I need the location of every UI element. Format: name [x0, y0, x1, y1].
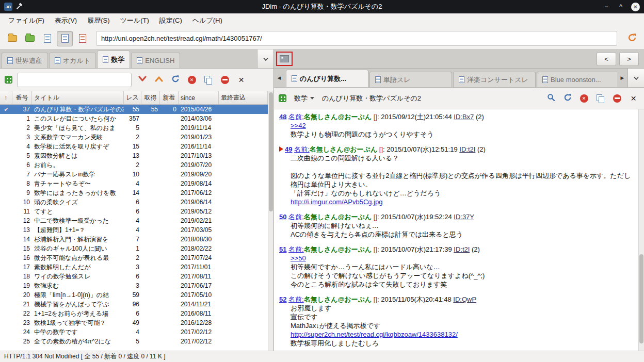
post-number-link[interactable]: 52 [279, 295, 286, 303]
table-row[interactable]: 14杉浦解析入門・解析演習を72018/08/30 [0, 235, 268, 244]
post-number-link[interactable]: 51 [279, 245, 286, 253]
board-tab-list-button[interactable] [257, 50, 273, 68]
poster-id-link[interactable]: ID:QwP [453, 295, 476, 303]
search-down-button[interactable] [136, 74, 148, 86]
image-view-button[interactable] [74, 31, 90, 46]
image-tab[interactable] [276, 52, 293, 66]
tab[interactable]: 数学 [97, 51, 130, 68]
table-row[interactable]: 15渋谷のギャル100人に聞い12018/02/22 [0, 244, 268, 253]
table-row[interactable]: 23数検1級って独学で可能？492016/12/28 [0, 318, 268, 327]
name-link[interactable]: 名前: [288, 113, 304, 121]
search-up-button[interactable] [153, 74, 165, 86]
url-input[interactable] [96, 31, 617, 46]
menu-item[interactable]: ヘルプ(H) [187, 14, 228, 27]
tab[interactable]: 単語スレ [369, 72, 452, 87]
menu-item[interactable]: ファイル(F) [3, 14, 50, 27]
poster-id-link[interactable]: ID:37Y [454, 213, 474, 221]
thread-delete-log-button[interactable] [611, 93, 623, 104]
name-link[interactable]: 名前: [288, 295, 304, 303]
name-link[interactable]: 名前: [288, 245, 304, 253]
thread-scrollbar-thumb[interactable] [639, 254, 643, 343]
table-row[interactable]: 16微分不可能な点が表れる最22017/07/24 [0, 253, 268, 262]
board-stop-button[interactable]: ✕ [186, 74, 198, 86]
table-row[interactable]: 6お前ら。22019/07/20 [0, 160, 268, 170]
board-delete-log-button[interactable] [219, 74, 231, 86]
menu-item[interactable]: 表示(V) [50, 14, 82, 27]
post-number-link[interactable]: 50 [279, 213, 286, 221]
thread-stop-button[interactable]: ✕ [578, 93, 590, 104]
thread-search-button[interactable] [545, 93, 557, 104]
favorites-button[interactable] [22, 31, 38, 46]
table-row[interactable]: 221+1=2をお前らが考える場62016/08/11 [0, 309, 268, 318]
res-anchor-link[interactable]: >>42 [291, 122, 306, 129]
board-select[interactable]: 数学 [291, 92, 317, 105]
thread-close-button[interactable]: ✕ [627, 93, 639, 104]
tab[interactable]: オカルト [49, 53, 96, 68]
column-header[interactable]: ! [0, 91, 12, 104]
tab[interactable]: 世界遺産 [2, 53, 48, 68]
table-row[interactable]: 25全ての素数の積が4π^2にな52017/02/12 [0, 337, 268, 346]
table-row[interactable]: 19数強求む32017/06/17 [0, 281, 268, 290]
table-row[interactable]: ✔37のんびり算数・数学パズルその2555502015/04/26 [0, 105, 268, 114]
table-row[interactable]: 1このスレが目についたら何か3572014/03/06 [0, 114, 268, 123]
poster-id-link[interactable]: ID:Bx7 [454, 113, 474, 121]
column-header[interactable]: since [179, 91, 219, 104]
column-header[interactable]: 最終書込 [219, 91, 268, 104]
image-prev-button[interactable]: < [597, 52, 616, 66]
table-row[interactable]: 9数学にはまったきっかけを教142017/06/12 [0, 188, 268, 198]
image-next-button[interactable]: > [619, 52, 639, 66]
post-number-link[interactable]: 48 [279, 113, 286, 121]
tab-scroll-left-button[interactable]: ◀ [274, 69, 284, 87]
poster-id-link[interactable]: ID:t2I [454, 245, 470, 253]
column-header[interactable]: 取得 [141, 91, 160, 104]
url-link[interactable]: http://i.imgur.com/APvb5Cg.jpg [291, 198, 382, 206]
table-row[interactable]: 3文系数学でマーカン受験22019/01/23 [0, 133, 268, 142]
name-link[interactable]: 名前: [294, 145, 310, 153]
table-row[interactable]: 24中学の数学です42017/02/12 [0, 327, 268, 337]
table-row[interactable]: 7バナー応募スレin数学102019/09/20 [0, 170, 268, 179]
table-row[interactable]: 4数学板に活気を取り戻すぞ152016/11/14 [0, 142, 268, 151]
table-row[interactable]: 11てすと62019/05/12 [0, 207, 268, 216]
table-row[interactable]: 5素因数分解とは132017/10/13 [0, 151, 268, 160]
tab[interactable]: Blue moonston... [537, 72, 617, 87]
name-link[interactable]: 名前: [288, 213, 304, 221]
titlebar[interactable]: JD JDim - のんびり算数・数学パズルその2 − ^ ✕ [0, 0, 644, 13]
tab-scroll-right-button[interactable]: ▶ [617, 69, 627, 87]
table-row[interactable]: 21機械学習をがんばって学ぶ962014/11/21 [0, 300, 268, 309]
boardlist-button[interactable] [4, 31, 20, 46]
table-row[interactable]: 13【超難問】1+1=？42017/03/05 [0, 225, 268, 235]
thread-view-button[interactable] [57, 31, 73, 46]
board-reload-button[interactable] [169, 74, 181, 86]
table-row[interactable]: 8青チャートやるぞ〜42019/08/14 [0, 179, 268, 188]
menu-item[interactable]: 履歴(S) [82, 14, 115, 27]
board-close-button[interactable]: ✕ [235, 74, 247, 86]
res-anchor-link[interactable]: >>50 [291, 254, 306, 262]
menu-item[interactable]: 設定(C) [154, 14, 187, 27]
column-header[interactable]: タイトル [32, 91, 124, 104]
tab[interactable]: 洋楽コンサートスレ [453, 72, 536, 87]
table-row[interactable]: 17素数解明したんだが32017/11/01 [0, 262, 268, 272]
column-header[interactable]: 番号 [12, 91, 32, 104]
close-button[interactable]: ✕ [631, 3, 640, 11]
url-link[interactable]: http://super2ch.net/test/read.cgi/kqbbzo… [291, 331, 458, 338]
column-header[interactable]: 新着 [160, 91, 179, 104]
board-search-input[interactable] [17, 73, 132, 87]
post-number-link[interactable]: 49 [285, 145, 292, 153]
board-scrollbar-thumb[interactable] [269, 92, 273, 211]
thread-copy-button[interactable] [594, 93, 606, 104]
url-open-button[interactable] [624, 31, 640, 46]
table-row[interactable]: 18ワイの数学勉強スレ62017/08/11 [0, 272, 268, 281]
tab[interactable]: ENGLISH [131, 53, 180, 68]
maximize-button[interactable]: ^ [617, 3, 625, 10]
tab[interactable]: のんびり算数... [286, 70, 368, 87]
minimize-button[interactable]: − [602, 3, 610, 10]
thread-reload-button[interactable] [561, 93, 573, 104]
board-copy-button[interactable] [202, 74, 214, 86]
table-row[interactable]: 10頭の柔軟クイズ62019/06/14 [0, 198, 268, 207]
column-header[interactable]: レス [124, 91, 141, 104]
table-row[interactable]: 2美少女「ほら見て、私のおま52019/11/14 [0, 123, 268, 133]
poster-id-link[interactable]: ID:t2I [459, 145, 475, 153]
thread-tab-list-button[interactable] [627, 69, 644, 87]
menu-item[interactable]: ツール(T) [115, 14, 154, 27]
board-scrollbar[interactable] [268, 91, 273, 351]
